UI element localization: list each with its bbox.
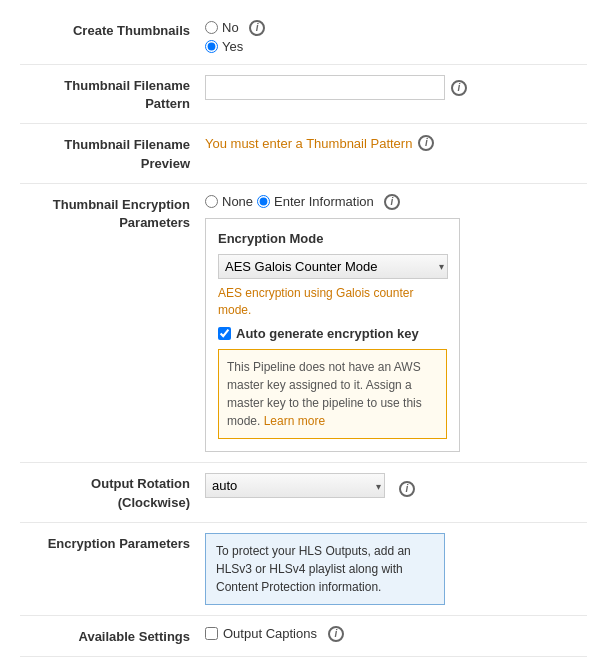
encryption-box: Encryption Mode AES Galois Counter Mode … bbox=[205, 218, 460, 453]
auto-generate-checkbox[interactable] bbox=[218, 327, 231, 340]
available-settings-inner: Output Captions i bbox=[205, 626, 344, 642]
create-thumbnails-radio-group: No Yes bbox=[205, 20, 243, 54]
thumbnail-filename-pattern-label: Thumbnail Filename Pattern bbox=[20, 75, 205, 113]
encryption-parameters-label: Encryption Parameters bbox=[20, 533, 205, 553]
form-container: Create Thumbnails No Yes i Thumbnail Fil… bbox=[0, 0, 607, 658]
create-thumbnails-yes-item: Yes bbox=[205, 39, 243, 54]
auto-generate-row: Auto generate encryption key bbox=[218, 326, 447, 341]
warning-box: This Pipeline does not have an AWS maste… bbox=[218, 349, 447, 439]
available-settings-label: Available Settings bbox=[20, 626, 205, 646]
output-rotation-select[interactable]: auto 0 90 180 270 bbox=[205, 473, 385, 498]
output-captions-checkbox[interactable] bbox=[205, 627, 218, 640]
thumbnail-filename-pattern-control: i bbox=[205, 75, 587, 100]
thumbnail-filename-pattern-input[interactable] bbox=[205, 75, 445, 100]
thumbnail-filename-pattern-info-icon[interactable]: i bbox=[451, 80, 467, 96]
output-rotation-label: Output Rotation(Clockwise) bbox=[20, 473, 205, 511]
encryption-parameters-info-text: To protect your HLS Outputs, add an HLSv… bbox=[216, 544, 411, 594]
encryption-mode-select-wrapper: AES Galois Counter Mode ▾ bbox=[218, 254, 448, 279]
create-thumbnails-row: Create Thumbnails No Yes i bbox=[20, 10, 587, 65]
create-thumbnails-control: No Yes i bbox=[205, 20, 587, 54]
auto-generate-label[interactable]: Auto generate encryption key bbox=[236, 326, 419, 341]
create-thumbnails-yes-radio[interactable] bbox=[205, 40, 218, 53]
encryption-description: AES encryption using Galois counter mode… bbox=[218, 285, 447, 319]
encryption-none-label[interactable]: None bbox=[222, 194, 253, 209]
encryption-parameters-info-box: To protect your HLS Outputs, add an HLSv… bbox=[205, 533, 445, 605]
encryption-enter-info-radio[interactable] bbox=[257, 195, 270, 208]
output-captions-info-icon[interactable]: i bbox=[328, 626, 344, 642]
encryption-mode-title: Encryption Mode bbox=[218, 231, 447, 246]
output-rotation-info-icon[interactable]: i bbox=[399, 481, 415, 497]
encryption-parameters-row: Encryption Parameters To protect your HL… bbox=[20, 523, 587, 616]
encryption-parameters-control: To protect your HLS Outputs, add an HLSv… bbox=[205, 533, 587, 605]
output-rotation-row: Output Rotation(Clockwise) auto 0 90 180… bbox=[20, 463, 587, 522]
create-thumbnails-no-radio[interactable] bbox=[205, 21, 218, 34]
encryption-radio-row: None Enter Information i bbox=[205, 194, 587, 210]
output-rotation-select-wrapper: auto 0 90 180 270 ▾ bbox=[205, 473, 385, 498]
encryption-enter-info-label[interactable]: Enter Information bbox=[274, 194, 374, 209]
thumbnail-filename-preview-info-icon[interactable]: i bbox=[418, 135, 434, 151]
learn-more-link[interactable]: Learn more bbox=[264, 414, 325, 428]
thumbnail-encryption-info-icon[interactable]: i bbox=[384, 194, 400, 210]
output-captions-label[interactable]: Output Captions bbox=[223, 626, 317, 641]
create-thumbnails-no-item: No bbox=[205, 20, 243, 35]
thumbnail-encryption-params-label: Thumbnail EncryptionParameters bbox=[20, 194, 205, 232]
encryption-params-wrapper: None Enter Information i Encryption Mode… bbox=[205, 194, 587, 453]
available-settings-control: Output Captions i bbox=[205, 626, 587, 642]
thumbnail-encryption-params-control: None Enter Information i Encryption Mode… bbox=[205, 194, 587, 453]
create-thumbnails-label: Create Thumbnails bbox=[20, 20, 205, 40]
thumbnail-filename-preview-control: You must enter a Thumbnail Pattern i bbox=[205, 134, 587, 151]
output-rotation-select-row: auto 0 90 180 270 ▾ i bbox=[205, 473, 415, 504]
available-settings-row: Available Settings Output Captions i bbox=[20, 616, 587, 657]
thumbnail-encryption-params-row: Thumbnail EncryptionParameters None Ente… bbox=[20, 184, 587, 464]
encryption-desc-text1: AES encryption using Galois counter bbox=[218, 286, 413, 300]
encryption-desc-text2: mode. bbox=[218, 303, 251, 317]
thumbnail-filename-preview-text: You must enter a Thumbnail Pattern bbox=[205, 134, 412, 151]
output-rotation-control: auto 0 90 180 270 ▾ i bbox=[205, 473, 587, 504]
encryption-none-radio[interactable] bbox=[205, 195, 218, 208]
create-thumbnails-info-icon[interactable]: i bbox=[249, 20, 265, 36]
thumbnail-filename-preview-label: Thumbnail Filename Preview bbox=[20, 134, 205, 172]
create-thumbnails-yes-label[interactable]: Yes bbox=[222, 39, 243, 54]
thumbnail-filename-preview-row: Thumbnail Filename Preview You must ente… bbox=[20, 124, 587, 183]
create-thumbnails-no-label[interactable]: No bbox=[222, 20, 239, 35]
encryption-mode-select[interactable]: AES Galois Counter Mode bbox=[218, 254, 448, 279]
thumbnail-filename-pattern-row: Thumbnail Filename Pattern i bbox=[20, 65, 587, 124]
